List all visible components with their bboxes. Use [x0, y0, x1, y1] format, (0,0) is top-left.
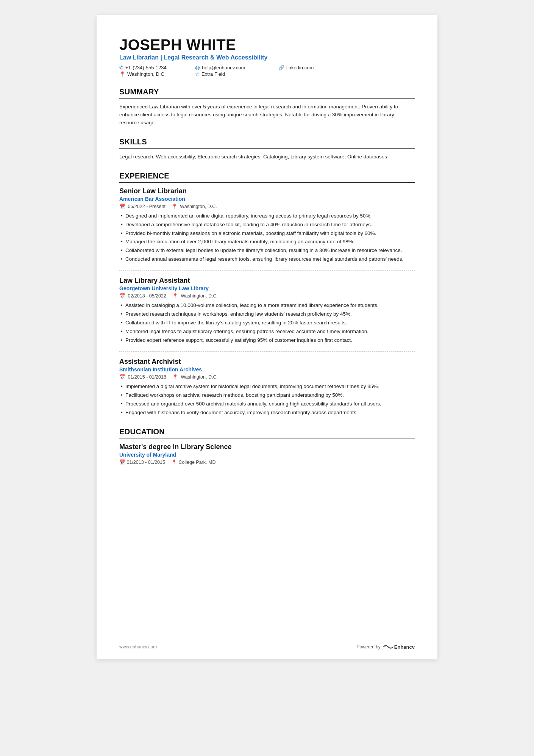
header: JOSEPH WHITE Law Librarian | Legal Resea… [119, 36, 415, 77]
job-company-1: American Bar Association [119, 196, 415, 202]
summary-text: Experienced Law Librarian with over 5 ye… [119, 103, 415, 127]
footer-brand: Powered by Enhancv [356, 643, 415, 650]
powered-by-label: Powered by [356, 644, 380, 650]
job-block-2: Law Library Assistant Georgetown Univers… [119, 277, 415, 344]
calendar-icon-2: 📅 [119, 293, 125, 299]
phone-value: +1-(234)-555-1234 [125, 65, 167, 70]
job-meta-1: 📅 06/2022 - Present 📍 Washington, D.C. [119, 203, 415, 209]
location-value: Washington, D.C. [127, 71, 166, 77]
skills-text: Legal research, Web accessibility, Elect… [119, 153, 415, 161]
extra-item: ☆ Extra Field [195, 71, 278, 77]
location-icon-edu: 📍 [171, 460, 177, 465]
bullet-1-5: Collaborated with external legal bodies … [119, 247, 415, 255]
edu-degree-1: Master's degree in Library Science [119, 443, 415, 451]
bullet-1-6: Conducted annual assessments of legal re… [119, 255, 415, 263]
bullet-2-4: Monitored legal trends to adjust library… [119, 328, 415, 336]
location-icon-1: 📍 [172, 204, 178, 209]
enhancv-logo: Enhancv [383, 643, 415, 650]
edu-block-1: Master's degree in Library Science Unive… [119, 443, 415, 465]
linkedin-icon: 🔗 [278, 65, 284, 70]
calendar-icon-edu: 📅 [119, 460, 125, 465]
job-location-3: 📍 Washington, D.C. [172, 374, 218, 380]
phone-icon: ✆ [119, 65, 123, 70]
job-date-3: 📅 01/2015 - 01/2018 [119, 374, 166, 380]
job-separator-1 [119, 270, 415, 271]
education-section: EDUCATION Master's degree in Library Sci… [119, 427, 415, 465]
location-icon-2: 📍 [172, 293, 178, 299]
email-icon: @ [195, 65, 200, 70]
email-value: help@enhancv.com [202, 65, 245, 70]
job-title-1: Senior Law Librarian [119, 187, 415, 195]
job-location-1: 📍 Washington, D.C. [172, 203, 217, 209]
location-icon-3: 📍 [172, 374, 178, 380]
edu-meta-1: 📅 01/2013 - 01/2015 📍 College Park, MD [119, 459, 415, 465]
brand-name: Enhancv [394, 644, 415, 650]
footer-website: www.enhancv.com [119, 644, 157, 650]
enhancv-logo-svg [383, 643, 393, 650]
job-block-3: Assistant Archivist Smithsonian Institut… [119, 358, 415, 417]
summary-section: SUMMARY Experienced Law Librarian with o… [119, 88, 415, 127]
extra-value: Extra Field [201, 71, 225, 77]
bullet-2-1: Assisted in cataloging a 10,000-volume c… [119, 302, 415, 310]
bullet-1-1: Designed and implemented an online digit… [119, 212, 415, 220]
job-date-2: 📅 02/2018 - 05/2022 [119, 293, 166, 299]
job-title-2: Law Library Assistant [119, 277, 415, 285]
bullet-1-3: Provided bi-monthly training sessions on… [119, 230, 415, 238]
job-company-3: Smithsonian Institution Archives [119, 366, 415, 373]
job-company-2: Georgetown University Law Library [119, 285, 415, 291]
job-meta-3: 📅 01/2015 - 01/2018 📍 Washington, D.C. [119, 374, 415, 380]
bullet-1-2: Developed a comprehensive legal database… [119, 221, 415, 229]
candidate-name: JOSEPH WHITE [119, 36, 415, 53]
bullet-2-3: Collaborated with IT to improve the libr… [119, 319, 415, 327]
job-bullets-1: Designed and implemented an online digit… [119, 212, 415, 264]
resume-page: JOSEPH WHITE Law Librarian | Legal Resea… [97, 15, 437, 659]
calendar-icon-1: 📅 [119, 204, 125, 209]
edu-date-1: 📅 01/2013 - 01/2015 [119, 459, 165, 465]
location-item: 📍 Washington, D.C. [119, 71, 195, 77]
job-date-1: 📅 06/2022 - Present [119, 203, 166, 209]
job-title-3: Assistant Archivist [119, 358, 415, 366]
experience-section: EXPERIENCE Senior Law Librarian American… [119, 172, 415, 417]
bullet-1-4: Managed the circulation of over 2,000 li… [119, 238, 415, 246]
contact-grid: ✆ +1-(234)-555-1234 @ help@enhancv.com 🔗… [119, 65, 415, 77]
job-block-1: Senior Law Librarian American Bar Associ… [119, 187, 415, 264]
location-icon: 📍 [119, 71, 125, 77]
job-bullets-2: Assisted in cataloging a 10,000-volume c… [119, 302, 415, 344]
skills-section: SKILLS Legal research, Web accessibility… [119, 138, 415, 161]
job-meta-2: 📅 02/2018 - 05/2022 📍 Washington, D.C. [119, 293, 415, 299]
experience-title: EXPERIENCE [119, 172, 415, 183]
email-item: @ help@enhancv.com [195, 65, 278, 70]
candidate-title: Law Librarian | Legal Research & Web Acc… [119, 54, 415, 61]
education-title: EDUCATION [119, 427, 415, 438]
edu-school-1: University of Maryland [119, 452, 415, 458]
linkedin-item[interactable]: 🔗 linkedin.com [278, 65, 415, 70]
bullet-2-5: Provided expert reference support, succe… [119, 337, 415, 344]
summary-title: SUMMARY [119, 88, 415, 99]
phone-item: ✆ +1-(234)-555-1234 [119, 65, 195, 70]
bullet-3-2: Facilitated workshops on archival resear… [119, 391, 415, 399]
bullet-3-4: Engaged with historians to verify docume… [119, 409, 415, 417]
skills-title: SKILLS [119, 138, 415, 149]
job-separator-2 [119, 351, 415, 352]
footer: www.enhancv.com Powered by Enhancv [119, 643, 415, 650]
job-location-2: 📍 Washington, D.C. [172, 293, 218, 299]
job-bullets-3: Implemented a digital archive system for… [119, 383, 415, 417]
edu-location-1: 📍 College Park, MD [171, 459, 215, 465]
linkedin-value: linkedin.com [286, 65, 314, 70]
star-icon: ☆ [195, 71, 200, 77]
calendar-icon-3: 📅 [119, 374, 125, 380]
bullet-3-1: Implemented a digital archive system for… [119, 383, 415, 391]
bullet-3-3: Processed and organized over 500 archiva… [119, 400, 415, 408]
bullet-2-2: Presented research techniques in worksho… [119, 310, 415, 318]
